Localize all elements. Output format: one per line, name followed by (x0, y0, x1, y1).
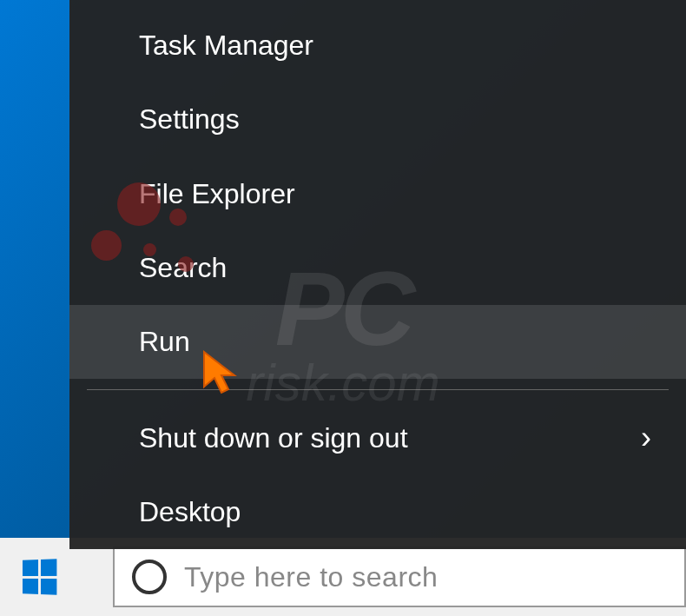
menu-item-shutdown[interactable]: Shut down or sign out › (69, 401, 686, 474)
menu-label: Desktop (139, 496, 241, 528)
menu-item-search[interactable]: Search (69, 231, 686, 305)
menu-divider (87, 389, 669, 390)
menu-item-desktop[interactable]: Desktop (69, 475, 686, 549)
taskbar: Type here to search (0, 538, 686, 616)
menu-label: File Explorer (139, 178, 295, 210)
chevron-right-icon: › (641, 420, 651, 456)
menu-label: Task Manager (139, 30, 313, 62)
menu-item-task-manager[interactable]: Task Manager (69, 9, 686, 83)
menu-item-settings[interactable]: Settings (69, 83, 686, 156)
menu-label: Shut down or sign out (139, 422, 408, 454)
menu-item-run[interactable]: Run (69, 305, 686, 379)
menu-item-file-explorer[interactable]: File Explorer (69, 157, 686, 231)
menu-label: Search (139, 252, 227, 284)
search-placeholder: Type here to search (184, 561, 438, 593)
menu-label: Settings (139, 103, 240, 136)
windows-logo-icon (23, 559, 56, 594)
search-box[interactable]: Type here to search (113, 546, 686, 607)
cortana-circle-icon (132, 560, 167, 594)
menu-label: Run (139, 326, 190, 358)
winx-context-menu: Task Manager Settings File Explorer Sear… (69, 0, 686, 549)
start-button[interactable] (0, 538, 78, 616)
